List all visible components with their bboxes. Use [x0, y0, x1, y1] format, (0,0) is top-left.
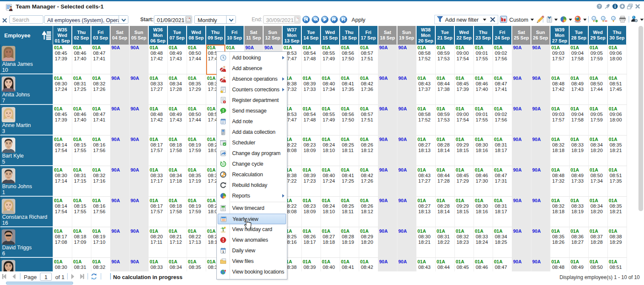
svg-text:?: ? [598, 4, 601, 8]
svg-text:1: 1 [222, 250, 224, 254]
